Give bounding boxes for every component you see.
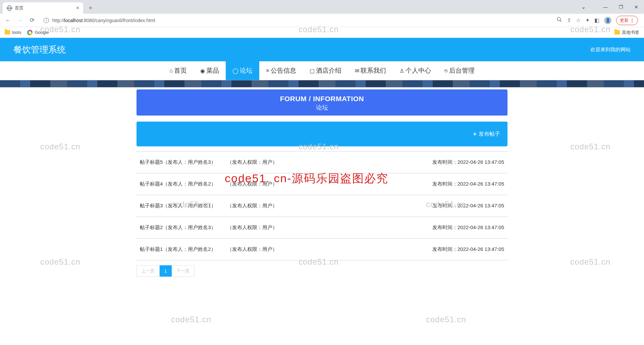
bookmark-bar: tools Google 其他书签: [0, 27, 644, 38]
tab-dropdown-icon[interactable]: ⌄: [576, 2, 591, 12]
pagination: 上一页 1 下一页: [137, 265, 507, 277]
post-time: 发布时间：2022-04-26 13:47:05: [432, 246, 504, 253]
tab-title: 首页: [15, 5, 23, 11]
banner-image: [0, 80, 644, 87]
zoom-icon[interactable]: [556, 17, 562, 24]
reload-button[interactable]: ⟳: [28, 16, 37, 25]
action-bar: + 发布帖子: [137, 122, 507, 146]
tab-strip: 首页 × + ⌄ — ❐ ✕: [0, 0, 644, 14]
post-time: 发布时间：2022-04-26 13:47:05: [432, 224, 504, 231]
extensions-icon[interactable]: ✦: [585, 17, 590, 23]
watermark: code51.cn: [570, 257, 610, 267]
post-row[interactable]: 帖子标题5（发布人：用户姓名3）（发布人权限：用户）发布时间：2022-04-2…: [137, 151, 507, 173]
forum-header-zh: 论坛: [137, 104, 507, 112]
nav-icon: ≡: [266, 68, 269, 74]
nav-icon: ▢: [310, 68, 315, 74]
page-1-button[interactable]: 1: [160, 265, 172, 277]
profile-avatar[interactable]: 👤: [604, 17, 611, 24]
nav-label: 公告信息: [271, 66, 296, 75]
nav-item-菜品[interactable]: ◉菜品: [194, 61, 226, 80]
bookmark-other[interactable]: 其他书签: [614, 29, 639, 36]
nav-label: 联系我们: [361, 66, 386, 75]
nav-icon: ◉: [200, 68, 205, 74]
post-row[interactable]: 帖子标题2（发布人：用户姓名3）（发布人权限：用户）发布时间：2022-04-2…: [137, 216, 507, 238]
nav-label: 后台管理: [449, 66, 475, 75]
new-tab-button[interactable]: +: [86, 3, 95, 13]
prev-page-button[interactable]: 上一页: [137, 265, 160, 277]
post-title: 帖子标题4（发布人：用户姓名2）: [140, 181, 227, 187]
nav-icon: ◯: [232, 68, 238, 74]
nav-label: 酒店介绍: [316, 66, 341, 75]
window-controls: ⌄ — ❐ ✕: [576, 0, 644, 14]
nav-label: 论坛: [240, 66, 253, 75]
back-button[interactable]: ←: [3, 16, 13, 25]
post-permission: （发布人权限：用户）: [227, 181, 294, 187]
watermark: code51.cn: [40, 257, 80, 267]
post-row[interactable]: 帖子标题1（发布人：用户姓名2）（发布人权限：用户）发布时间：2022-04-2…: [137, 238, 507, 261]
post-time: 发布时间：2022-04-26 13:47:05: [432, 203, 504, 209]
site-info-icon[interactable]: i: [44, 18, 49, 23]
post-row[interactable]: 帖子标题3（发布人：用户姓名1）（发布人权限：用户）发布时间：2022-04-2…: [137, 195, 507, 216]
next-page-button[interactable]: 下一页: [172, 265, 195, 277]
nav-item-联系我们[interactable]: ✉联系我们: [348, 61, 393, 80]
site-title: 餐饮管理系统: [13, 44, 66, 56]
publish-post-button[interactable]: + 发布帖子: [473, 131, 500, 138]
nav-item-公告信息[interactable]: ≡公告信息: [259, 61, 303, 80]
post-permission: （发布人权限：用户）: [227, 203, 294, 209]
site-header: 餐饮管理系统 欢迎来到我的网站: [0, 38, 644, 61]
forum-header-en: FORUM / INFORMATION: [137, 95, 507, 103]
nav-icon: ⌂: [169, 68, 173, 74]
nav-item-酒店介绍[interactable]: ▢酒店介绍: [303, 61, 348, 80]
nav-icon: ♙: [399, 68, 404, 74]
bookmark-tools[interactable]: tools: [5, 30, 21, 35]
post-permission: （发布人权限：用户）: [227, 159, 294, 165]
url-text: http://localhost:8080/canyinguanli/front…: [52, 18, 155, 23]
nav-item-论坛[interactable]: ◯论坛: [226, 61, 259, 80]
post-time: 发布时间：2022-04-26 13:47:05: [432, 181, 504, 187]
nav-item-首页[interactable]: ⌂首页: [163, 61, 194, 80]
nav-label: 个人中心: [406, 66, 431, 75]
svg-point-0: [557, 17, 560, 21]
share-icon[interactable]: ⇪: [567, 17, 571, 23]
folder-icon: [5, 30, 10, 34]
update-button[interactable]: 更新⋮: [616, 16, 638, 25]
post-title: 帖子标题5（发布人：用户姓名3）: [140, 159, 227, 165]
sidepanel-icon[interactable]: ◧: [594, 17, 599, 23]
post-permission: （发布人权限：用户）: [227, 224, 294, 231]
maximize-button[interactable]: ❐: [613, 2, 629, 12]
browser-chrome: 首页 × + ⌄ — ❐ ✕ ← → ⟳ i http://localhost:…: [0, 0, 644, 38]
post-row[interactable]: 帖子标题4（发布人：用户姓名2）（发布人权限：用户）发布时间：2022-04-2…: [137, 173, 507, 195]
site-nav: ⌂首页◉菜品◯论坛≡公告信息▢酒店介绍✉联系我们♙个人中心⎋后台管理: [0, 61, 644, 80]
post-title: 帖子标题1（发布人：用户姓名2）: [140, 246, 227, 253]
watermark: code51.cn: [40, 142, 80, 151]
nav-icon: ⎋: [444, 68, 448, 74]
nav-icon: ✉: [355, 68, 359, 74]
close-tab-icon[interactable]: ×: [76, 5, 79, 11]
welcome-text: 欢迎来到我的网站: [590, 47, 631, 53]
address-bar: ← → ⟳ i http://localhost:8080/canyinguan…: [0, 14, 644, 27]
minimize-button[interactable]: —: [598, 2, 613, 12]
bookmark-google[interactable]: Google: [27, 30, 49, 35]
browser-tab[interactable]: 首页 ×: [3, 2, 83, 14]
toolbar-right: ⇪ ☆ ✦ ◧ 👤 更新⋮: [554, 16, 641, 25]
close-window-button[interactable]: ✕: [629, 2, 644, 12]
watermark: code51.cn: [171, 315, 211, 324]
forward-button[interactable]: →: [15, 16, 25, 25]
bookmark-star-icon[interactable]: ☆: [576, 17, 581, 23]
post-permission: （发布人权限：用户）: [227, 246, 294, 253]
nav-label: 菜品: [206, 66, 219, 75]
plus-icon: +: [473, 131, 477, 138]
google-icon: [27, 30, 33, 35]
content: FORUM / INFORMATION 论坛 + 发布帖子 帖子标题5（发布人：…: [137, 87, 507, 277]
nav-label: 首页: [174, 66, 187, 75]
url-input[interactable]: i http://localhost:8080/canyinguanli/fro…: [40, 15, 551, 25]
post-title: 帖子标题3（发布人：用户姓名1）: [140, 203, 227, 209]
nav-item-个人中心[interactable]: ♙个人中心: [393, 61, 438, 80]
forum-header: FORUM / INFORMATION 论坛: [137, 89, 507, 116]
nav-item-后台管理[interactable]: ⎋后台管理: [438, 61, 481, 80]
watermark: code51.cn: [426, 315, 466, 324]
svg-line-1: [560, 20, 561, 22]
watermark: code51.cn: [570, 142, 610, 151]
globe-icon: [7, 5, 12, 11]
post-time: 发布时间：2022-04-26 13:47:05: [432, 159, 504, 165]
